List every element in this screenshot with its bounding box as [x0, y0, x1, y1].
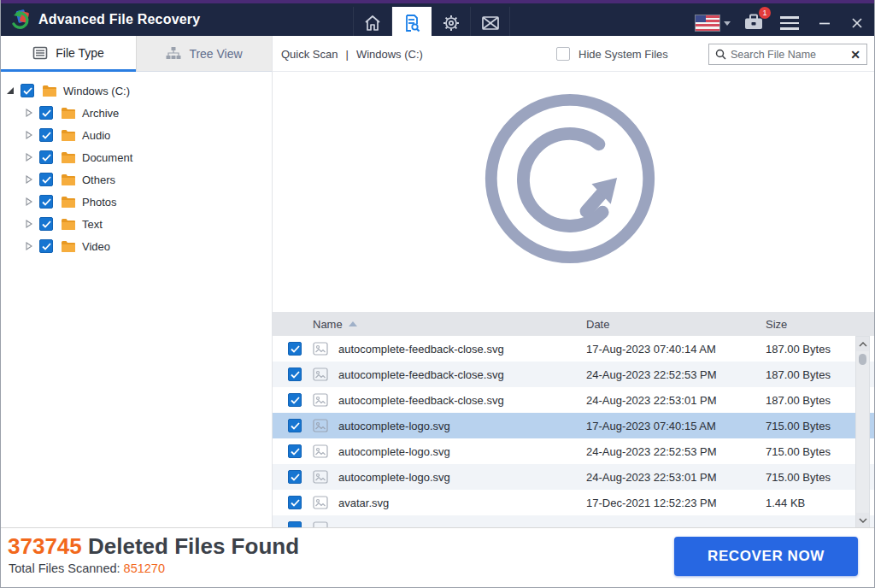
row-checkbox[interactable]	[288, 470, 302, 484]
tree-root-windows-c[interactable]: Windows (C:)	[1, 79, 272, 102]
folder-icon	[42, 85, 57, 97]
scan-drive-label: Windows (C:)	[356, 48, 423, 61]
folder-tree: Windows (C:) Archive Audio Document	[1, 72, 272, 257]
folder-icon	[61, 107, 76, 120]
tree-item-label: Audio	[82, 129, 110, 142]
file-date: 24-Aug-2023 22:52:53 PM	[586, 368, 766, 381]
expand-arrow-icon[interactable]	[24, 197, 34, 206]
table-row-selected[interactable]: autocomplete-logo.svg 17-Aug-2023 07:40:…	[273, 413, 874, 438]
minimize-button[interactable]	[814, 11, 835, 35]
notification-badge: 1	[759, 7, 771, 19]
tab-tree-view[interactable]: Tree View	[136, 36, 272, 71]
scan-toolbar: Quick Scan | Windows (C:) Hide System Fi…	[273, 36, 874, 72]
table-row[interactable]: autocomplete-logo.svg 24-Aug-2023 22:52:…	[273, 438, 874, 464]
minimize-icon	[818, 16, 831, 30]
tree-item-archive[interactable]: Archive	[1, 102, 272, 124]
close-button[interactable]	[847, 11, 867, 35]
row-checkbox[interactable]	[288, 393, 302, 407]
scan-separator: |	[345, 48, 348, 61]
settings-button[interactable]	[432, 7, 471, 39]
scanned-files-count: 851270	[124, 562, 165, 575]
tree-item-label: Document	[82, 151, 132, 164]
clear-search-icon[interactable]: ✕	[850, 49, 860, 61]
row-checkbox[interactable]	[288, 419, 302, 432]
tab-file-type-label: File Type	[56, 46, 104, 60]
row-checkbox[interactable]	[288, 496, 302, 509]
tab-file-type[interactable]: File Type	[1, 36, 136, 72]
scanned-files-summary: Total Files Scanned: 851270	[9, 562, 165, 575]
column-header-name[interactable]: Name	[313, 318, 586, 331]
tree-item-label: Others	[82, 173, 115, 186]
tree-checkbox[interactable]	[39, 106, 53, 120]
file-name: autocomplete-logo.svg	[338, 445, 586, 458]
hide-system-files-toggle[interactable]: Hide System Files	[556, 36, 668, 72]
table-row[interactable]: autocomplete-logo.svg 24-Aug-2023 22:53:…	[273, 464, 874, 490]
row-checkbox[interactable]	[288, 368, 302, 381]
table-row[interactable]: avatar.svg 17-Dec-2021 12:52:23 PM 1.44 …	[273, 490, 874, 515]
tree-item-audio[interactable]: Audio	[1, 124, 272, 146]
collapse-arrow-icon[interactable]	[5, 87, 15, 95]
tree-item-label: Archive	[82, 107, 119, 120]
expand-arrow-icon[interactable]	[24, 242, 34, 250]
scroll-up-button[interactable]	[856, 337, 869, 351]
row-checkbox[interactable]	[288, 444, 302, 458]
tree-root-label: Windows (C:)	[63, 85, 130, 97]
column-header-date[interactable]: Date	[586, 318, 766, 331]
expand-arrow-icon[interactable]	[24, 220, 34, 228]
tree-item-label: Video	[82, 240, 110, 253]
tree-item-label: Photos	[82, 196, 116, 209]
file-name: autocomplete-logo.svg	[338, 420, 586, 432]
expand-arrow-icon[interactable]	[24, 109, 34, 117]
titlebar: Advanced File Recovery	[1, 0, 874, 36]
tree-checkbox[interactable]	[39, 239, 53, 253]
home-button[interactable]	[353, 7, 392, 39]
file-date: 24-Aug-2023 22:52:53 PM	[586, 445, 766, 458]
menu-button[interactable]	[777, 13, 802, 32]
scan-type-label: Quick Scan	[281, 48, 338, 61]
chevron-down-icon	[724, 21, 731, 26]
tree-item-text[interactable]: Text	[1, 213, 272, 235]
image-file-icon	[313, 470, 328, 484]
row-checkbox[interactable]	[288, 342, 302, 356]
scroll-down-button[interactable]	[856, 513, 869, 527]
column-header-size[interactable]: Size	[766, 318, 874, 331]
close-icon	[850, 16, 864, 30]
expand-arrow-icon[interactable]	[24, 131, 34, 139]
scan-results-tab[interactable]	[392, 7, 432, 39]
folder-icon	[61, 218, 76, 231]
language-selector[interactable]	[696, 15, 731, 31]
table-row[interactable]: autocomplete-feedback-close.svg 24-Aug-2…	[273, 362, 874, 387]
recover-now-button[interactable]: RECOVER NOW	[674, 537, 858, 576]
expand-arrow-icon[interactable]	[24, 175, 34, 184]
scrollbar-thumb[interactable]	[859, 354, 866, 365]
file-date: 17-Aug-2023 07:40:15 AM	[586, 420, 766, 432]
titlebar-controls: 1	[696, 7, 867, 39]
tree-checkbox[interactable]	[39, 150, 53, 164]
file-name: autocomplete-logo.svg	[338, 471, 586, 484]
tree-item-others[interactable]: Others	[1, 168, 272, 191]
table-row[interactable]: autocomplete-feedback-close.svg 17-Aug-2…	[273, 336, 874, 362]
vertical-scrollbar[interactable]	[855, 336, 870, 528]
tree-item-video[interactable]: Video	[1, 235, 272, 257]
hide-system-files-checkbox[interactable]	[556, 47, 570, 61]
expand-arrow-icon[interactable]	[24, 153, 34, 162]
tree-checkbox[interactable]	[21, 84, 34, 97]
mail-button[interactable]	[471, 7, 510, 39]
tree-checkbox[interactable]	[39, 217, 53, 231]
tree-checkbox[interactable]	[39, 173, 53, 186]
search-box: ✕	[708, 44, 867, 65]
tree-checkbox[interactable]	[39, 195, 53, 209]
image-file-icon	[313, 444, 328, 458]
tree-item-photos[interactable]: Photos	[1, 191, 272, 213]
deleted-files-summary: 373745 Deleted Files Found	[8, 533, 299, 560]
tree-item-document[interactable]: Document	[1, 146, 272, 168]
file-name: autocomplete-feedback-close.svg	[338, 343, 586, 356]
sort-ascending-icon	[349, 321, 357, 326]
file-date: 24-Aug-2023 22:53:01 PM	[586, 471, 766, 484]
tree-checkbox[interactable]	[39, 128, 53, 142]
table-row-partial[interactable]	[273, 515, 874, 528]
toolbox-button[interactable]: 1	[743, 11, 765, 35]
search-input[interactable]	[731, 49, 846, 61]
folder-icon	[61, 240, 76, 253]
table-row[interactable]: autocomplete-feedback-close.svg 24-Aug-2…	[273, 387, 874, 413]
